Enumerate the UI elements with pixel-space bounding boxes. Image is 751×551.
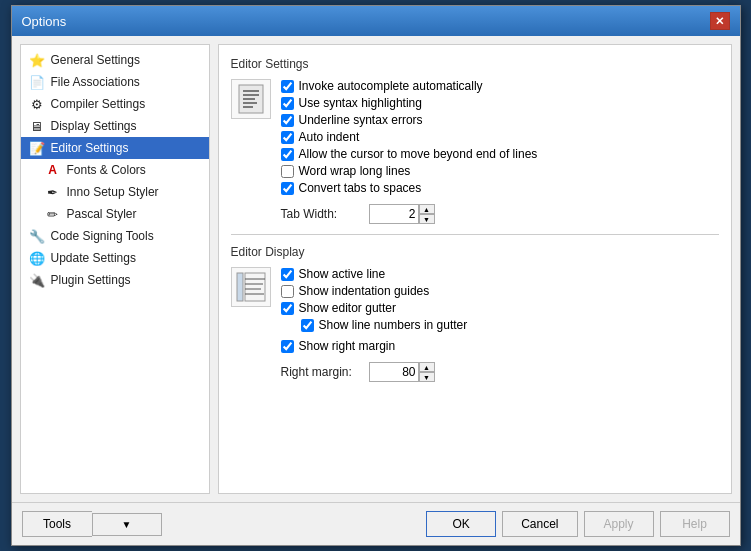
sidebar-item-display-settings[interactable]: 🖥 Display Settings: [21, 115, 209, 137]
word-wrap-checkbox[interactable]: [281, 165, 294, 178]
tools-dropdown-button[interactable]: ▼: [92, 513, 162, 536]
sidebar-item-label: Pascal Styler: [67, 207, 137, 221]
sidebar-item-label: File Associations: [51, 75, 140, 89]
checkbox-underline-errors: Underline syntax errors: [281, 113, 538, 127]
right-margin-field: Right margin: ▲ ▼: [281, 362, 468, 382]
editor-settings-icon: 📝: [29, 140, 45, 156]
section-divider: [231, 234, 719, 235]
close-button[interactable]: ✕: [710, 12, 730, 30]
show-gutter-label: Show editor gutter: [299, 301, 396, 315]
right-margin-up-button[interactable]: ▲: [419, 362, 435, 372]
title-bar: Options ✕: [12, 6, 740, 36]
sidebar-item-plugin-settings[interactable]: 🔌 Plugin Settings: [21, 269, 209, 291]
fonts-colors-icon: A: [45, 162, 61, 178]
checkbox-cursor-beyond: Allow the cursor to move beyond end of l…: [281, 147, 538, 161]
ok-button[interactable]: OK: [426, 511, 496, 537]
autocomplete-checkbox[interactable]: [281, 80, 294, 93]
sidebar-item-fonts-colors[interactable]: A Fonts & Colors: [21, 159, 209, 181]
tab-width-down-button[interactable]: ▼: [419, 214, 435, 224]
editor-display-icon-svg: [235, 271, 267, 303]
autocomplete-label: Invoke autocomplete automatically: [299, 79, 483, 93]
right-margin-spin-buttons: ▲ ▼: [419, 362, 435, 382]
sidebar-item-label: Fonts & Colors: [67, 163, 146, 177]
sidebar-item-label: General Settings: [51, 53, 140, 67]
file-associations-icon: 📄: [29, 74, 45, 90]
update-settings-icon: 🌐: [29, 250, 45, 266]
svg-rect-6: [237, 273, 243, 301]
sidebar-item-pascal-styler[interactable]: ✏ Pascal Styler: [21, 203, 209, 225]
editor-settings-body: Invoke autocomplete automatically Use sy…: [231, 79, 719, 224]
tab-width-spinbox: ▲ ▼: [369, 204, 435, 224]
editor-display-checkboxes: Show active line Show indentation guides…: [281, 267, 468, 382]
cancel-button[interactable]: Cancel: [502, 511, 577, 537]
help-button[interactable]: Help: [660, 511, 730, 537]
dialog-title: Options: [22, 14, 67, 29]
tab-width-up-button[interactable]: ▲: [419, 204, 435, 214]
convert-tabs-checkbox[interactable]: [281, 182, 294, 195]
auto-indent-checkbox[interactable]: [281, 131, 294, 144]
show-right-margin-checkbox[interactable]: [281, 340, 294, 353]
editor-display-title: Editor Display: [231, 245, 719, 259]
checkbox-autocomplete: Invoke autocomplete automatically: [281, 79, 538, 93]
right-margin-label: Right margin:: [281, 365, 361, 379]
convert-tabs-label: Convert tabs to spaces: [299, 181, 422, 195]
main-area: ⭐ General Settings 📄 File Associations ⚙…: [12, 36, 740, 502]
dialog-content: ⭐ General Settings 📄 File Associations ⚙…: [12, 36, 740, 545]
show-indent-guides-label: Show indentation guides: [299, 284, 430, 298]
checkbox-show-line-numbers: Show line numbers in gutter: [281, 318, 468, 332]
right-panel: Editor Settings: [218, 44, 732, 494]
apply-button[interactable]: Apply: [584, 511, 654, 537]
bottom-bar: Tools ▼ OK Cancel Apply Help: [12, 502, 740, 545]
bottom-right-buttons: OK Cancel Apply Help: [426, 511, 729, 537]
display-settings-icon: 🖥: [29, 118, 45, 134]
show-indent-guides-checkbox[interactable]: [281, 285, 294, 298]
underline-errors-label: Underline syntax errors: [299, 113, 423, 127]
show-right-margin-label: Show right margin: [299, 339, 396, 353]
checkbox-show-right-margin: Show right margin: [281, 339, 468, 353]
right-margin-input[interactable]: [369, 362, 419, 382]
sidebar-item-label: Plugin Settings: [51, 273, 131, 287]
syntax-highlight-checkbox[interactable]: [281, 97, 294, 110]
editor-display-body: Show active line Show indentation guides…: [231, 267, 719, 382]
code-signing-tools-icon: 🔧: [29, 228, 45, 244]
auto-indent-label: Auto indent: [299, 130, 360, 144]
sidebar-item-editor-settings[interactable]: 📝 Editor Settings: [21, 137, 209, 159]
sidebar-item-update-settings[interactable]: 🌐 Update Settings: [21, 247, 209, 269]
checkbox-convert-tabs: Convert tabs to spaces: [281, 181, 538, 195]
sidebar-item-file-associations[interactable]: 📄 File Associations: [21, 71, 209, 93]
cursor-beyond-label: Allow the cursor to move beyond end of l…: [299, 147, 538, 161]
sidebar-item-label: Compiler Settings: [51, 97, 146, 111]
tab-width-field: Tab Width: ▲ ▼: [281, 204, 538, 224]
sidebar-item-general-settings[interactable]: ⭐ General Settings: [21, 49, 209, 71]
right-margin-down-button[interactable]: ▼: [419, 372, 435, 382]
editor-display-icon-box: [231, 267, 271, 307]
sidebar-item-label: Display Settings: [51, 119, 137, 133]
options-dialog: Options ✕ ⭐ General Settings 📄 File Asso…: [11, 5, 741, 546]
editor-settings-icon-box: [231, 79, 271, 119]
tab-width-input[interactable]: [369, 204, 419, 224]
editor-icon-svg: [235, 83, 267, 115]
sidebar-item-compiler-settings[interactable]: ⚙ Compiler Settings: [21, 93, 209, 115]
right-margin-spinbox: ▲ ▼: [369, 362, 435, 382]
sidebar-item-label: Inno Setup Styler: [67, 185, 159, 199]
general-settings-icon: ⭐: [29, 52, 45, 68]
tab-width-label: Tab Width:: [281, 207, 361, 221]
checkbox-show-gutter: Show editor gutter: [281, 301, 468, 315]
sidebar-item-code-signing-tools[interactable]: 🔧 Code Signing Tools: [21, 225, 209, 247]
show-active-line-checkbox[interactable]: [281, 268, 294, 281]
pascal-styler-icon: ✏: [45, 206, 61, 222]
underline-errors-checkbox[interactable]: [281, 114, 294, 127]
tools-button[interactable]: Tools: [22, 511, 92, 537]
tools-button-group: Tools ▼: [22, 511, 162, 537]
word-wrap-label: Word wrap long lines: [299, 164, 411, 178]
cursor-beyond-checkbox[interactable]: [281, 148, 294, 161]
show-line-numbers-checkbox[interactable]: [301, 319, 314, 332]
show-gutter-checkbox[interactable]: [281, 302, 294, 315]
compiler-settings-icon: ⚙: [29, 96, 45, 112]
inno-setup-styler-icon: ✒: [45, 184, 61, 200]
title-bar-buttons: ✕: [710, 12, 730, 30]
checkbox-show-active-line: Show active line: [281, 267, 468, 281]
sidebar-item-inno-setup-styler[interactable]: ✒ Inno Setup Styler: [21, 181, 209, 203]
sidebar: ⭐ General Settings 📄 File Associations ⚙…: [20, 44, 210, 494]
sidebar-item-label: Update Settings: [51, 251, 136, 265]
